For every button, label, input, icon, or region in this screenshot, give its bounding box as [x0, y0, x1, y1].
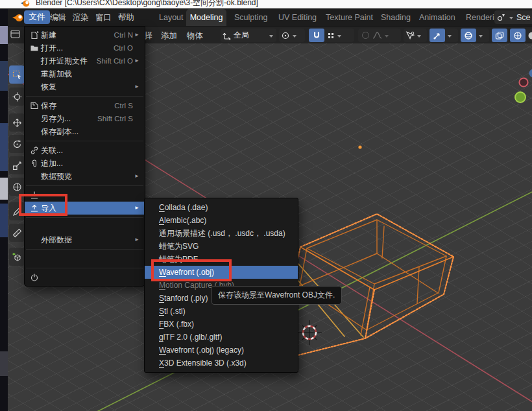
snap-magnet-icon[interactable] — [309, 29, 324, 42]
show-gizmo-dropdown[interactable] — [404, 29, 427, 42]
proportional-editing-controls[interactable] — [358, 29, 401, 42]
tool-scale[interactable] — [9, 156, 25, 174]
file-menu-item-reload[interactable]: 重新加载 — [25, 67, 145, 80]
window-title: Blender [C:\Users\CX\Desktop\gong\baoye\… — [36, 0, 258, 8]
menu-object[interactable]: 物体 — [187, 30, 203, 41]
tab-rendering[interactable]: Renderi — [466, 13, 494, 22]
transform-orientation-dropdown[interactable]: 全局 — [221, 29, 276, 42]
scene-icon — [497, 13, 506, 21]
orientation-value: 全局 — [234, 30, 249, 41]
chevron-down-icon — [417, 35, 421, 40]
menu-window[interactable]: 窗口 — [95, 12, 112, 23]
object-origin-dot — [358, 145, 361, 148]
tool-rotate[interactable] — [9, 135, 25, 153]
app-menu-blender-logo-icon[interactable] — [12, 12, 23, 23]
submenu-item-wavefront-obj-legacy[interactable]: Wavefront (.obj) (legacy) — [145, 344, 298, 357]
save-icon — [30, 101, 41, 110]
file-menu: 新建Ctrl N► 打开...Ctrl O 打开近期文件Shift Ctrl O… — [24, 26, 145, 287]
tool-measure[interactable] — [9, 224, 25, 242]
link-icon — [30, 146, 41, 155]
file-menu-item-append[interactable]: 追加... — [25, 157, 145, 170]
export-submenu: Collada (.dae) Alembic(.abc) 通用场景描述 (.us… — [144, 198, 298, 373]
file-menu-item-clean-up[interactable]: 外部数据► — [25, 233, 145, 246]
menu-separator — [26, 141, 143, 141]
file-menu-item-save-as[interactable]: 另存为...Shift Ctrl S — [25, 112, 145, 125]
file-menu-item-open-recent[interactable]: 打开近期文件Shift Ctrl O► — [25, 54, 145, 67]
menu-file[interactable]: 文件 — [24, 10, 50, 24]
tool-cursor[interactable] — [9, 88, 25, 106]
tool-select-box[interactable] — [9, 65, 25, 84]
gizmo-toggle-group[interactable] — [429, 29, 458, 42]
editor-type-icon[interactable] — [10, 30, 21, 39]
tab-texture-paint[interactable]: Texture Paint — [326, 13, 373, 22]
desktop-blob — [0, 351, 8, 376]
tool-move[interactable] — [9, 113, 25, 132]
submenu-item-alembic[interactable]: Alembic(.abc) — [145, 214, 298, 227]
file-menu-item-new[interactable]: 新建Ctrl N► — [25, 29, 145, 41]
tool-add-cube[interactable] — [9, 248, 25, 266]
tab-modeling[interactable]: Modeling — [186, 9, 226, 26]
chevron-down-icon — [448, 35, 452, 40]
submenu-item-fbx[interactable]: FBX (.fbx) — [145, 318, 298, 331]
gizmo-x-ball[interactable] — [519, 78, 527, 86]
overlays-sphere-icon[interactable] — [461, 29, 476, 42]
chevron-down-icon — [337, 35, 341, 40]
tab-sculpting[interactable]: Sculpting — [234, 13, 267, 22]
submenu-item-gpencil-svg[interactable]: 蜡笔为SVG — [145, 240, 298, 253]
submenu-item-x3d[interactable]: X3D Extensible 3D (.x3d) — [145, 357, 298, 370]
chevron-down-icon — [509, 17, 513, 21]
file-menu-item-recover[interactable]: 恢复► — [25, 80, 145, 93]
chevron-down-icon — [269, 35, 273, 40]
file-menu-item-defaults[interactable] — [25, 252, 145, 265]
submenu-item-gltf[interactable]: glTF 2.0 (.glb/.gltf) — [145, 331, 298, 344]
menu-render[interactable]: 渲染 — [73, 12, 89, 23]
viewport-shading-group[interactable] — [510, 29, 532, 42]
pivot-point-dropdown[interactable] — [279, 29, 305, 42]
scene-selector[interactable]: Sce — [494, 10, 532, 24]
tooltip: 保存该场景至Wavefront OBJ文件. — [211, 286, 342, 305]
pivot-point-icon — [281, 31, 290, 40]
desktop-blob — [0, 123, 8, 171]
chevron-down-icon — [293, 35, 296, 40]
snapping-controls[interactable] — [309, 29, 354, 42]
menu-separator — [26, 185, 143, 186]
shading-wireframe-icon[interactable] — [510, 29, 526, 42]
file-menu-item-open[interactable]: 打开...Ctrl O — [25, 41, 145, 54]
tab-animation[interactable]: Animation — [419, 13, 455, 22]
file-menu-item-quit[interactable] — [25, 271, 145, 284]
tab-layout[interactable]: Layout — [159, 13, 184, 22]
desktop-blob — [0, 26, 8, 44]
open-folder-icon — [30, 43, 41, 53]
title-bar[interactable]: Blender [C:\Users\CX\Desktop\gong\baoye\… — [0, 0, 532, 9]
submenu-item-collada[interactable]: Collada (.dae) — [145, 201, 298, 214]
top-menu-bar: 文件 编辑 渲染 窗口 帮助 Layout Modeling Sculpting… — [8, 9, 532, 26]
shading-solid-icon[interactable] — [526, 31, 532, 40]
gizmo-y-ball[interactable] — [515, 92, 526, 102]
desktop-blob — [0, 204, 8, 237]
file-menu-item-link[interactable]: 关联... — [25, 144, 145, 157]
tab-shading[interactable]: Shading — [381, 13, 411, 22]
menu-add[interactable]: 添加 — [161, 30, 177, 41]
chevron-down-icon — [479, 35, 483, 40]
tooltip-text: 保存该场景至Wavefront OBJ文件. — [218, 290, 335, 299]
menu-edit[interactable]: 编辑 — [50, 12, 66, 23]
gizmo-arrow-icon[interactable] — [429, 29, 445, 42]
proportional-circle-icon[interactable] — [362, 32, 369, 39]
file-menu-item-external-data[interactable] — [25, 220, 145, 233]
submenu-item-usd[interactable]: 通用场景描述 (.usd， .usdc， .usda) — [145, 227, 298, 240]
annotation-box-export — [19, 194, 67, 216]
menu-help[interactable]: 帮助 — [118, 12, 134, 23]
menu-separator — [26, 217, 143, 218]
tool-transform[interactable] — [9, 178, 25, 196]
tab-uv-editing[interactable]: UV Editing — [278, 13, 317, 22]
desktop-blob — [0, 61, 8, 91]
file-menu-item-save-copy[interactable]: 保存副本... — [25, 125, 145, 138]
submenu-item-stl[interactable]: Stl (.stl) — [145, 305, 298, 318]
file-menu-item-save[interactable]: 保存Ctrl S — [25, 99, 145, 112]
xray-toggle[interactable] — [492, 29, 507, 42]
overlays-toggle-group[interactable] — [461, 29, 489, 42]
gizmo-z-ball[interactable] — [529, 69, 532, 78]
background-desktop-strip — [0, 9, 8, 411]
file-menu-item-data-preview[interactable]: 数据预览► — [25, 170, 145, 183]
nav-gizmo-axis-balls[interactable] — [515, 69, 532, 103]
